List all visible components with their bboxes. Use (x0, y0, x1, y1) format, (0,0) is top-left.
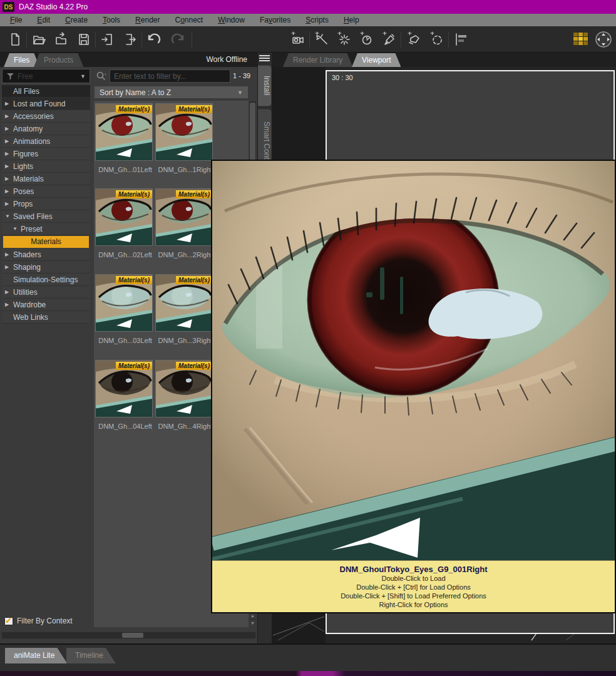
work-offline-status[interactable]: Work Offline (206, 55, 247, 64)
frame-camera-icon[interactable] (404, 30, 424, 49)
tab-files[interactable]: Files (4, 53, 39, 67)
search-icon (96, 71, 108, 81)
bottom-dock: aniMate Lite Timeline (0, 643, 616, 671)
tooltip-title: DNM_GhoulTokyo_Eyes_G9_001Right (212, 565, 615, 574)
scrollbar-thumb[interactable] (122, 633, 143, 638)
materials-badge: Material(s) (176, 276, 212, 284)
export-icon[interactable] (120, 30, 140, 49)
asset-dnm-gh-1right[interactable]: Material(s) DNM_Gh...1Right (155, 103, 215, 173)
library-filter-dropdown[interactable]: Free ▼ (2, 69, 90, 83)
vtab-install[interactable]: Install (258, 65, 272, 106)
tree-item-accessories[interactable]: ▶Accessories (2, 110, 90, 123)
materials-badge: Material(s) (116, 190, 152, 198)
asset-label: DNM_Gh...01Left (95, 166, 155, 173)
tree-item-figures[interactable]: ▶Figures (2, 148, 90, 160)
folder-tree: All Files ▶Lost and Found ▶Accessories ▶… (2, 85, 90, 324)
tree-item-wardrobe[interactable]: ▶Wardrobe (2, 299, 90, 311)
horizontal-scrollbar[interactable] (1, 632, 256, 639)
tree-item-web-links[interactable]: Web Links (2, 311, 90, 324)
tree-item-saved-files[interactable]: ▼Saved Files (2, 210, 90, 223)
tree-item-props[interactable]: ▶Props (2, 198, 90, 210)
filter-by-context-checkbox[interactable] (4, 617, 13, 625)
asset-dnm-gh-02left[interactable]: Material(s) DNM_Gh...02Left (95, 188, 155, 259)
asset-label: DNM_Gh...4Right (155, 422, 215, 430)
materials-badge: Material(s) (176, 190, 212, 198)
new-spotlight-icon[interactable] (379, 30, 399, 49)
undo-icon[interactable] (144, 30, 164, 49)
menu-bar: File Edit Create Tools Render Connect Wi… (0, 14, 616, 26)
tree-item-lights[interactable]: ▶Lights (2, 160, 90, 173)
menu-edit[interactable]: Edit (29, 14, 58, 26)
asset-dnm-gh-4right[interactable]: Material(s) DNM_Gh...4Right (155, 360, 215, 430)
tree-item-poses[interactable]: ▶Poses (2, 185, 90, 198)
menu-window[interactable]: Window (210, 14, 252, 26)
filter-by-context[interactable]: Filter By Context (4, 617, 73, 625)
asset-dnm-gh-03left[interactable]: Material(s) DNM_Gh...03Left (95, 274, 155, 344)
open-file-icon[interactable] (29, 30, 49, 49)
asset-label: DNM_Gh...03Left (95, 337, 155, 344)
tree-item-shaping[interactable]: ▶Shaping (2, 261, 90, 274)
new-point-light-icon[interactable] (334, 30, 354, 49)
asset-label: DNM_Gh...1Right (155, 166, 215, 173)
node-list-icon[interactable] (452, 30, 472, 49)
menu-render[interactable]: Render (128, 14, 167, 26)
asset-dnm-gh-01left[interactable]: Material(s) DNM_Gh...01Left (95, 103, 155, 173)
new-distant-light-icon[interactable] (312, 30, 332, 49)
tab-animate-lite[interactable]: aniMate Lite (5, 648, 67, 663)
funnel-icon (6, 73, 14, 80)
asset-label: DNM_Gh...3Right (155, 337, 215, 344)
pane-menu-icon[interactable] (259, 54, 270, 63)
materials-badge: Material(s) (176, 105, 212, 113)
merge-file-icon[interactable] (51, 30, 71, 49)
new-null-icon[interactable] (427, 30, 447, 49)
tab-timeline[interactable]: Timeline (66, 648, 116, 663)
save-icon[interactable] (74, 30, 94, 49)
menu-scripts[interactable]: Scripts (298, 14, 336, 26)
menu-tools[interactable]: Tools (95, 14, 128, 26)
asset-dnm-gh-3right[interactable]: Material(s) DNM_Gh...3Right (155, 274, 215, 344)
menu-connect[interactable]: Connect (167, 14, 210, 26)
tooltip-line: Double-Click to Load (212, 574, 615, 583)
materials-badge: Material(s) (176, 362, 212, 370)
tree-item-preset-materials-selected[interactable]: Materials (3, 236, 89, 248)
new-camera-icon[interactable] (288, 30, 308, 49)
window-title: DAZ Studio 4.22 Pro (19, 3, 88, 11)
tab-products[interactable]: Products (34, 53, 83, 67)
app-icon: DS (3, 2, 14, 12)
tab-viewport[interactable]: Viewport (352, 53, 401, 67)
tree-item-utilities[interactable]: ▶Utilities (2, 286, 90, 299)
tree-item-shaders[interactable]: ▶Shaders (2, 248, 90, 261)
asset-dnm-gh-04left[interactable]: Material(s) DNM_Gh...04Left (95, 360, 155, 430)
menu-create[interactable]: Create (58, 14, 95, 26)
redo-icon[interactable] (168, 30, 188, 49)
menu-file[interactable]: File (3, 14, 29, 26)
filter-by-context-label: Filter By Context (17, 617, 73, 625)
window-bottom-edge (0, 671, 616, 676)
menu-help[interactable]: Help (336, 14, 367, 26)
tooltip-line: Double-Click + [Ctrl] for Load Options (212, 583, 615, 592)
menu-favorites[interactable]: Favorites (252, 14, 298, 26)
aspect-ratio-label: 30 : 30 (332, 74, 353, 81)
new-linear-point-light-icon[interactable] (357, 30, 377, 49)
new-file-icon[interactable] (5, 30, 25, 49)
asset-label: DNM_Gh...02Left (95, 251, 155, 259)
scroll-down-arrow[interactable]: ▼ (249, 620, 256, 627)
texture-shaded-icon[interactable] (571, 30, 591, 49)
tree-item-simulation-settings[interactable]: Simulation-Settings (2, 274, 90, 286)
tree-item-preset[interactable]: ▼Preset (2, 223, 90, 235)
asset-label: DNM_Gh...2Right (155, 251, 215, 259)
tab-render-library[interactable]: Render Library (283, 53, 352, 67)
viewport-nav-icon[interactable] (593, 30, 613, 49)
tree-item-materials[interactable]: ▶Materials (2, 173, 90, 185)
tree-item-all-files[interactable]: All Files (2, 85, 90, 98)
tooltip-line: Double-Click + [Shift] to Load Preferred… (212, 592, 615, 600)
import-icon[interactable] (98, 30, 118, 49)
search-input[interactable] (110, 69, 230, 83)
materials-badge: Material(s) (116, 105, 152, 113)
tree-item-animations[interactable]: ▶Animations (2, 135, 90, 148)
sort-dropdown[interactable]: Sort by Name : A to Z ▼ (94, 86, 249, 99)
materials-badge: Material(s) (116, 362, 152, 370)
tree-item-anatomy[interactable]: ▶Anatomy (2, 123, 90, 135)
asset-dnm-gh-2right[interactable]: Material(s) DNM_Gh...2Right (155, 188, 215, 259)
tree-item-lost-and-found[interactable]: ▶Lost and Found (2, 98, 90, 110)
